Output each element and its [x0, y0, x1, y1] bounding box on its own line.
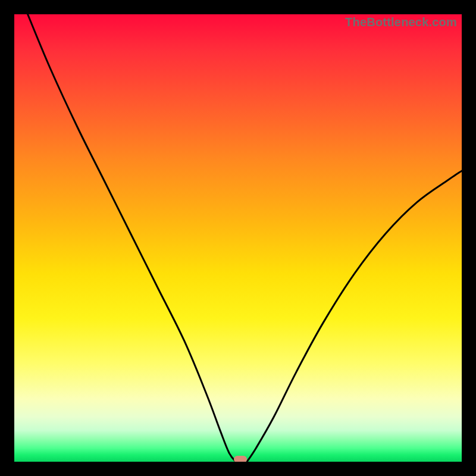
plot-area: TheBottleneck.com: [14, 14, 462, 462]
curve-left-arm: [28, 14, 236, 462]
minimum-marker: [234, 456, 247, 462]
chart-frame: TheBottleneck.com: [0, 0, 476, 476]
curve-right-arm: [247, 171, 462, 462]
curve-layer: [14, 14, 462, 462]
watermark-text: TheBottleneck.com: [345, 15, 457, 29]
